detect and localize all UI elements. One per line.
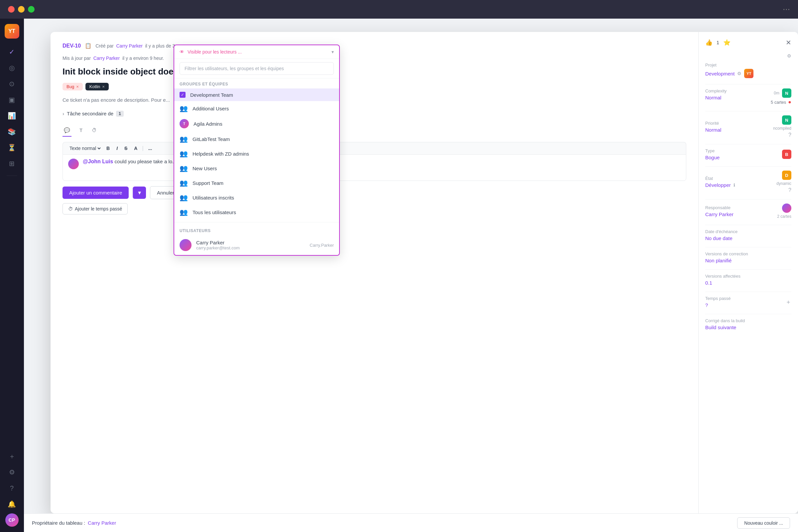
created-by-label: Créé par	[95, 43, 113, 49]
group-all-users[interactable]: 👥 Tous les utilisateurs	[174, 205, 339, 220]
project-gear-icon[interactable]: ⚙	[737, 71, 741, 76]
updated-time: il y a environ 9 heur.	[122, 56, 164, 61]
sidebar-bell-icon[interactable]: 🔔	[5, 497, 19, 511]
sidebar-add-button[interactable]: ＋	[5, 450, 19, 463]
fix-version-link[interactable]: Non planifié	[705, 258, 732, 263]
close-modal-button[interactable]: ✕	[786, 39, 791, 46]
sidebar-item-check[interactable]: ✓	[5, 45, 19, 58]
sidebar-divider	[7, 175, 17, 176]
add-comment-button[interactable]: Ajouter un commentaire	[62, 187, 129, 199]
sidebar-help-icon[interactable]: ?	[5, 481, 19, 495]
fullscreen-traffic-light[interactable]	[28, 6, 35, 13]
content-area: DEV-10 📋 Créé par Carry Parker il y a pl…	[24, 19, 798, 532]
build-link[interactable]: Build suivante	[705, 324, 736, 330]
tag-bug-remove[interactable]: ×	[76, 84, 79, 89]
visibility-label: Visible pour les lecteurs ...	[188, 49, 242, 55]
priority-link[interactable]: Normal	[705, 127, 721, 133]
user-carry-parker-username: Carry.Parker	[309, 243, 334, 248]
group-helpdesk[interactable]: 👥 Helpdesk with ZD admins	[174, 146, 339, 161]
text-format-select[interactable]: Texte normal	[68, 145, 102, 151]
project-link[interactable]: Development	[705, 71, 735, 76]
tab-timer[interactable]: ⏱	[91, 125, 98, 137]
strikethrough-button[interactable]: S	[122, 145, 129, 152]
owner-label: Propriétaire du tableau :	[32, 520, 85, 526]
due-date-link[interactable]: No due date	[705, 235, 733, 241]
new-column-button[interactable]: Nouveau couloir ...	[737, 517, 790, 529]
checkbox-development-team[interactable]: ✓	[179, 92, 186, 98]
updated-by-link[interactable]: Carry Parker	[93, 56, 120, 61]
users-icon-support: 👥	[179, 179, 188, 187]
editor-content[interactable]: @John Luis could you please take a lo...	[83, 158, 176, 165]
state-badge: D	[782, 171, 791, 180]
sidebar-item-book[interactable]: 📚	[5, 125, 19, 138]
sidebar-item-apps[interactable]: ⊞	[5, 157, 19, 170]
star-icon[interactable]: ⭐	[723, 39, 730, 46]
owner-link[interactable]: Carry Parker	[88, 520, 116, 526]
divider-6	[705, 225, 791, 225]
sidebar-item-circle[interactable]: ◎	[5, 61, 19, 75]
thumbs-up-icon[interactable]: 👍	[705, 39, 712, 46]
user-filter-input[interactable]	[179, 62, 334, 75]
star-count: 1	[717, 40, 719, 45]
comment-editor[interactable]: @John Luis could you please take a lo...	[62, 154, 686, 181]
tab-text[interactable]: T	[78, 125, 84, 137]
tab-comment[interactable]: 💬	[62, 125, 72, 137]
dropdown-search	[174, 59, 339, 78]
group-new-users[interactable]: 👥 New Users	[174, 161, 339, 175]
group-agila-admins[interactable]: T Agila Admins	[174, 116, 339, 132]
tags-row: Bug × Kotlin ×	[62, 83, 686, 91]
titlebar-more-icon[interactable]: ⋯	[783, 5, 790, 14]
user-carry-parker[interactable]: Carry Parker carry.parker@test.com Carry…	[174, 235, 339, 255]
state-unknown: ?	[788, 187, 791, 193]
dropdown-chevron-icon[interactable]: ▾	[331, 49, 334, 55]
traffic-lights	[8, 6, 35, 13]
state-link[interactable]: Développer	[705, 182, 731, 188]
group-all-users-label: Tous les utilisateurs	[192, 209, 236, 215]
group-registered-users[interactable]: 👥 Utilisateurs inscrits	[174, 190, 339, 205]
settings-icon[interactable]: ⚙	[787, 53, 791, 58]
secondary-task-count: 1	[116, 111, 124, 117]
commenter-avatar	[68, 158, 79, 169]
italic-button[interactable]: I	[114, 145, 120, 152]
sidebar-user-avatar[interactable]: CP	[5, 513, 19, 527]
group-additional-users[interactable]: 👥 Additional Users	[174, 101, 339, 116]
group-gitlab-team[interactable]: 👥 GitLabTest Team	[174, 132, 339, 146]
users-icon-helpdesk: 👥	[179, 150, 188, 158]
right-panel-header: 👍 1 ⭐ ✕	[705, 39, 791, 46]
priority-badge: N	[782, 115, 791, 125]
minimize-traffic-light[interactable]	[18, 6, 25, 13]
type-link[interactable]: Bogue	[705, 155, 720, 160]
tag-kotlin-remove[interactable]: ×	[102, 84, 105, 89]
more-formatting-button[interactable]: ...	[146, 145, 154, 152]
app-logo: YT	[5, 24, 19, 39]
add-time-button[interactable]: ⏱ Ajouter le temps passé	[62, 203, 128, 214]
add-comment-dropdown[interactable]: ▼	[133, 187, 146, 199]
group-gitlab-team-label: GitLabTest Team	[192, 136, 230, 142]
complexity-link[interactable]: Normal	[705, 95, 721, 100]
state-info-icon[interactable]: ℹ	[734, 183, 735, 188]
affected-version-property: Versions affectées 0.1	[705, 274, 791, 286]
affected-version-link[interactable]: 0.1	[705, 280, 712, 286]
close-traffic-light[interactable]	[8, 6, 15, 13]
group-development-team-label: Development Team	[190, 92, 233, 98]
font-color-button[interactable]: A	[132, 145, 139, 152]
add-time-plus-icon[interactable]: ＋	[785, 298, 791, 306]
eye-icon: 👁	[179, 49, 184, 55]
time-link[interactable]: ?	[705, 302, 708, 308]
sidebar-item-timer[interactable]: ⏳	[5, 141, 19, 154]
created-by-link[interactable]: Carry Parker	[116, 43, 142, 49]
sidebar-item-dot[interactable]: ⊙	[5, 77, 19, 91]
secondary-task-chevron-icon[interactable]: ›	[62, 111, 64, 116]
sidebar-item-grid[interactable]: ▣	[5, 93, 19, 107]
fix-version-label: Versions de correction	[705, 251, 791, 256]
group-development-team[interactable]: ✓ Development Team	[174, 89, 339, 101]
sidebar-item-chart[interactable]: 📊	[5, 109, 19, 122]
ticket-copy-icon[interactable]: 📋	[85, 42, 92, 49]
user-filter-dropdown: 👁 Visible pour les lecteurs ... ▾ GROUPE…	[174, 44, 340, 256]
group-support-team[interactable]: 👥 Support Team	[174, 175, 339, 190]
bold-button[interactable]: B	[104, 145, 112, 152]
sidebar-settings-icon[interactable]: ⚙	[5, 466, 19, 479]
responsible-link[interactable]: Carry Parker	[705, 211, 734, 217]
priority-property: Priorité Normal N ncompiled ?	[705, 115, 791, 138]
ticket-title: Init block inside object does... object …	[62, 66, 686, 77]
